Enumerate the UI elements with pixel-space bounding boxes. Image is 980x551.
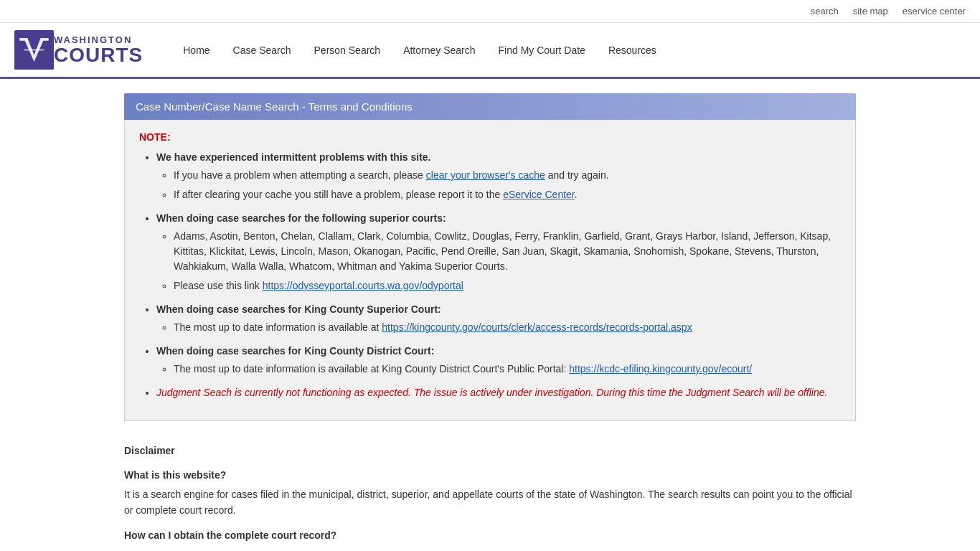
- eservice-center-inline-link[interactable]: eService Center: [503, 189, 575, 200]
- main-content: Case Number/Case Name Search - Terms and…: [110, 93, 870, 543]
- subitem-2-1: Adams, Asotin, Benton, Chelan, Clallam, …: [174, 229, 841, 274]
- disclaimer-section: Disclaimer What is this website? It is a…: [124, 443, 856, 543]
- sublist-1: If you have a problem when attempting a …: [156, 168, 841, 202]
- site-map-link[interactable]: site map: [853, 6, 888, 17]
- list-item-5-warning: Judgment Seach is currently not function…: [156, 385, 841, 400]
- nav-home[interactable]: Home: [171, 25, 221, 75]
- subitem-4-1-prefix: The most up to date information is avail…: [174, 363, 569, 375]
- eservice-center-link[interactable]: eservice center: [903, 6, 966, 17]
- odyssey-portal-link[interactable]: https://odysseyportal.courts.wa.gov/odyp…: [263, 280, 463, 291]
- clear-cache-link[interactable]: clear your browser's cache: [426, 169, 545, 181]
- site-header: WASHINGTON COURTS Home Case Search Perso…: [0, 23, 980, 79]
- sublist-2: Adams, Asotin, Benton, Chelan, Clallam, …: [156, 229, 841, 293]
- nav-person-search[interactable]: Person Search: [303, 25, 392, 75]
- item2-text: When doing case searches for the followi…: [156, 212, 446, 224]
- terms-section: Case Number/Case Name Search - Terms and…: [124, 93, 856, 421]
- subitem-4-1: The most up to date information is avail…: [174, 362, 841, 377]
- item3-text: When doing case searches for King County…: [156, 303, 441, 315]
- disclaimer-title: Disclaimer: [124, 443, 856, 458]
- subitem-1-1: If you have a problem when attempting a …: [174, 168, 841, 183]
- subitem-1-2-prefix: If after clearing your cache you still h…: [174, 189, 503, 200]
- logo-courts: COURTS: [54, 45, 143, 65]
- disclaimer-a1: It is a search engine for cases filed in…: [124, 486, 856, 519]
- sublist-4: The most up to date information is avail…: [156, 362, 841, 377]
- nav-find-court-date[interactable]: Find My Court Date: [487, 25, 597, 75]
- item4-text: When doing case searches for King County…: [156, 345, 434, 357]
- nav-resources[interactable]: Resources: [597, 25, 668, 75]
- main-nav: Home Case Search Person Search Attorney …: [171, 25, 668, 75]
- note-label: NOTE:: [139, 131, 841, 143]
- sublist-3: The most up to date information is avail…: [156, 320, 841, 335]
- subitem-1-1-suffix: and try again.: [545, 169, 609, 181]
- subitem-2-2-prefix: Please use this link: [174, 280, 263, 291]
- kingcounty-superior-link[interactable]: https://kingcounty.gov/courts/clerk/acce…: [382, 321, 692, 333]
- subitem-2-2: Please use this link https://odysseyport…: [174, 278, 841, 293]
- logo-area[interactable]: WASHINGTON COURTS: [14, 23, 143, 77]
- subitem-1-1-prefix: If you have a problem when attempting a …: [174, 169, 426, 181]
- list-item-4: When doing case searches for King County…: [156, 344, 841, 377]
- disclaimer-q1: What is this website?: [124, 467, 856, 483]
- subitem-3-1: The most up to date information is avail…: [174, 320, 841, 335]
- list-item-3: When doing case searches for King County…: [156, 302, 841, 335]
- judgment-warning-text: Judgment Seach is currently not function…: [156, 387, 827, 398]
- logo-text: WASHINGTON COURTS: [54, 34, 143, 65]
- item1-text: We have experienced intermittent problem…: [156, 151, 431, 163]
- list-item-2: When doing case searches for the followi…: [156, 211, 841, 293]
- main-list: We have experienced intermittent problem…: [139, 150, 841, 400]
- content-box: NOTE: We have experienced intermittent p…: [124, 120, 856, 421]
- subitem-3-1-prefix: The most up to date information is avail…: [174, 321, 382, 333]
- nav-case-search[interactable]: Case Search: [222, 25, 303, 75]
- list-item-1: We have experienced intermittent problem…: [156, 150, 841, 202]
- nav-attorney-search[interactable]: Attorney Search: [392, 25, 486, 75]
- kcdc-efiling-link[interactable]: https://kcdc-efiling.kingcounty.gov/ecou…: [569, 363, 752, 375]
- subitem-1-2: If after clearing your cache you still h…: [174, 187, 841, 202]
- subitem-1-2-suffix: .: [575, 189, 578, 200]
- search-link[interactable]: search: [811, 6, 839, 17]
- disclaimer-q2: How can I obtain the complete court reco…: [124, 527, 856, 543]
- section-title: Case Number/Case Name Search - Terms and…: [124, 93, 856, 120]
- top-utility-bar: search site map eservice center: [0, 0, 980, 23]
- washington-courts-logo-icon: [14, 30, 54, 70]
